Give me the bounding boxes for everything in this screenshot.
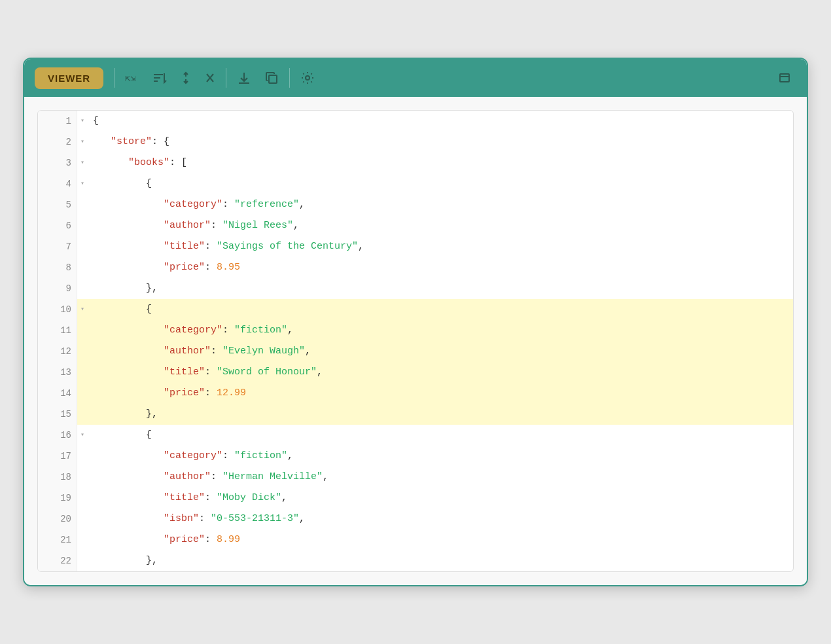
line-number-2: 2 (38, 132, 77, 152)
restore-window-button[interactable] (774, 67, 796, 89)
svg-text:⇱⇲: ⇱⇲ (125, 73, 136, 83)
collapse-16[interactable]: ▾ (77, 425, 88, 446)
divider-1 (114, 68, 115, 88)
collapse-2[interactable]: ▾ (77, 132, 88, 152)
expand-button[interactable] (175, 67, 197, 88)
collapse-17 (77, 446, 88, 467)
line-number-16: 16 (38, 425, 77, 446)
line-content-4: { (88, 173, 793, 194)
collapse-18 (77, 467, 88, 488)
line-content-13: "title": "Sword of Honour", (88, 362, 793, 383)
code-viewer: 1 ▾ { 2 ▾ "store": { 3 ▾ "books": [ (37, 110, 794, 572)
line-content-17: "category": "fiction", (88, 446, 793, 467)
line-number-10: 10 (38, 299, 77, 320)
line-number-17: 17 (38, 446, 77, 467)
code-line-15: 15 }, (38, 404, 793, 425)
line-number-14: 14 (38, 383, 77, 404)
line-content-9: }, (88, 278, 793, 299)
line-number-1: 1 (38, 111, 77, 132)
line-content-18: "author": "Herman Melville", (88, 467, 793, 488)
copy-button[interactable] (259, 67, 284, 89)
line-content-1: { (88, 111, 793, 132)
code-line-18: 18 "author": "Herman Melville", (38, 467, 793, 488)
line-content-8: "price": 8.95 (88, 257, 793, 278)
code-line-12: 12 "author": "Evelyn Waugh", (38, 341, 793, 362)
code-line-13: 13 "title": "Sword of Honour", (38, 362, 793, 383)
code-line-16: 16 ▾ { (38, 425, 793, 446)
line-number-15: 15 (38, 404, 77, 425)
line-content-6: "author": "Nigel Rees", (88, 215, 793, 236)
line-content-10: { (88, 299, 793, 320)
brand-label: VIEWER (35, 67, 103, 89)
code-line-10: 10 ▾ { (38, 299, 793, 320)
code-line-1: 1 ▾ { (38, 111, 793, 132)
line-number-6: 6 (38, 215, 77, 236)
collapse-20 (77, 509, 88, 529)
collapse-11 (77, 320, 88, 341)
collapse-all-button[interactable]: ⇱⇲ (120, 67, 145, 88)
collapse-19 (77, 488, 88, 509)
collapse-4[interactable]: ▾ (77, 173, 88, 194)
code-line-8: 8 "price": 8.95 (38, 257, 793, 278)
divider-3 (289, 68, 290, 88)
settings-button[interactable] (295, 67, 320, 89)
code-line-14: 14 "price": 12.99 (38, 383, 793, 404)
line-content-14: "price": 12.99 (88, 383, 793, 404)
code-line-2: 2 ▾ "store": { (38, 132, 793, 152)
line-content-2: "store": { (88, 132, 793, 152)
toolbar: VIEWER ⇱⇲ (24, 59, 807, 97)
minimize-button[interactable] (200, 67, 221, 88)
code-line-21: 21 "price": 8.99 (38, 529, 793, 550)
collapse-15 (77, 404, 88, 425)
line-number-22: 22 (38, 550, 77, 571)
code-line-17: 17 "category": "fiction", (38, 446, 793, 467)
code-line-4: 4 ▾ { (38, 173, 793, 194)
line-number-8: 8 (38, 257, 77, 278)
line-content-16: { (88, 425, 793, 446)
code-line-6: 6 "author": "Nigel Rees", (38, 215, 793, 236)
line-number-12: 12 (38, 341, 77, 362)
code-line-22: 22 }, (38, 550, 793, 571)
line-number-21: 21 (38, 529, 77, 550)
line-content-21: "price": 8.99 (88, 529, 793, 550)
code-line-9: 9 }, (38, 278, 793, 299)
collapse-1[interactable]: ▾ (77, 111, 88, 132)
line-number-7: 7 (38, 236, 77, 257)
code-line-20: 20 "isbn": "0-553-21311-3", (38, 509, 793, 529)
toolbar-group-3 (295, 67, 320, 89)
line-number-5: 5 (38, 194, 77, 215)
line-number-19: 19 (38, 488, 77, 509)
line-content-3: "books": [ (88, 152, 793, 173)
code-line-11: 11 "category": "fiction", (38, 320, 793, 341)
line-content-20: "isbn": "0-553-21311-3", (88, 509, 793, 529)
line-number-18: 18 (38, 467, 77, 488)
collapse-6 (77, 215, 88, 236)
line-content-11: "category": "fiction", (88, 320, 793, 341)
svg-point-8 (306, 76, 309, 80)
collapse-3[interactable]: ▾ (77, 152, 88, 173)
code-line-3: 3 ▾ "books": [ (38, 152, 793, 173)
line-number-20: 20 (38, 509, 77, 529)
collapse-14 (77, 383, 88, 404)
code-line-19: 19 "title": "Moby Dick", (38, 488, 793, 509)
download-button[interactable] (232, 67, 256, 89)
toolbar-right (774, 67, 796, 89)
main-window: VIEWER ⇱⇲ (23, 58, 808, 586)
line-number-11: 11 (38, 320, 77, 341)
sort-button[interactable] (147, 67, 172, 88)
line-content-22: }, (88, 550, 793, 571)
collapse-5 (77, 194, 88, 215)
code-lines: 1 ▾ { 2 ▾ "store": { 3 ▾ "books": [ (38, 111, 793, 571)
collapse-10[interactable]: ▾ (77, 299, 88, 320)
collapse-13 (77, 362, 88, 383)
line-number-9: 9 (38, 278, 77, 299)
line-number-13: 13 (38, 362, 77, 383)
code-line-5: 5 "category": "reference", (38, 194, 793, 215)
line-content-12: "author": "Evelyn Waugh", (88, 341, 793, 362)
svg-rect-7 (269, 75, 277, 83)
collapse-12 (77, 341, 88, 362)
collapse-7 (77, 236, 88, 257)
toolbar-group-2 (232, 67, 284, 89)
line-content-15: }, (88, 404, 793, 425)
line-content-5: "category": "reference", (88, 194, 793, 215)
